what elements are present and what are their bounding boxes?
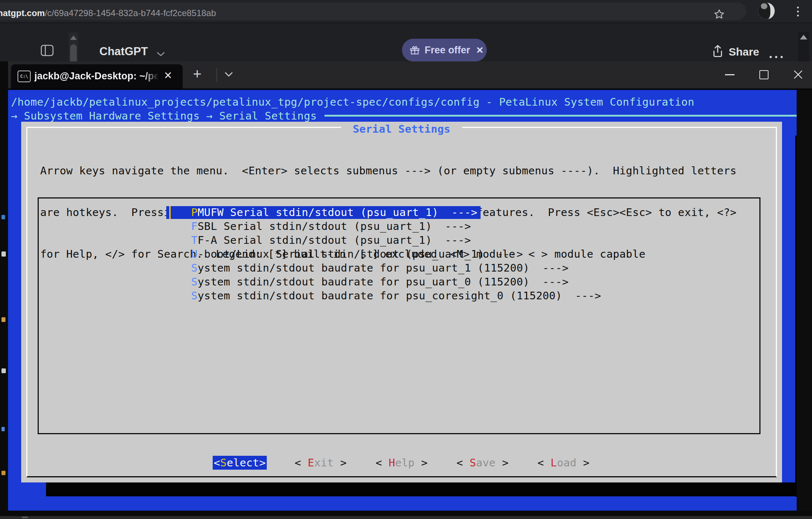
menu-item-text: F-A Serial stdin/stdout (psu_uart_1) ---…	[198, 234, 471, 246]
page-behind-bottom-strip	[0, 511, 812, 516]
profile-avatar[interactable]	[758, 3, 775, 19]
menu-item-text: ystem stdin/stdout baudrate for psu_uart…	[198, 262, 569, 274]
menu-item-label: FSBL Serial stdin/stdout (psu_uart_1) --…	[191, 219, 471, 233]
menu-item-label: System stdin/stdout baudrate for psu_cor…	[191, 289, 601, 303]
menu-item-label: PMUFW Serial stdin/stdout (psu_uart_1) -…	[191, 205, 478, 219]
menu-item-hotkey: S	[191, 262, 198, 274]
menu-item-hotkey: S	[191, 276, 198, 288]
menu-item[interactable]: TF-A Serial stdin/stdout (psu_uart_1) --…	[21, 233, 782, 247]
menu-item[interactable]: System stdin/stdout baudrate for psu_cor…	[21, 289, 782, 303]
chatgpt-page-header: ChatGPT Free offer ✕ Share	[0, 23, 812, 62]
new-tab-button[interactable]: +	[193, 66, 201, 82]
terminal-window: C:\ jackb@Jack-Desktop: ~/petali ✕ + /ho…	[8, 61, 812, 511]
url-text[interactable]: chatgpt.com/c/69a47298-1454-832a-b744-fc…	[0, 8, 216, 18]
command-prompt-icon: C:\	[18, 71, 31, 82]
select-button[interactable]: <Select>	[213, 456, 267, 470]
save-button[interactable]: < Save >	[455, 456, 510, 470]
menu-item-label: TF-A Serial stdin/stdout (psu_uart_1) --…	[191, 233, 471, 247]
app-title: ChatGPT	[99, 45, 148, 58]
exit-button[interactable]: < Exit >	[293, 456, 348, 470]
serial-settings-dialog: Serial Settings Arrow keys navigate the …	[21, 122, 782, 482]
menu-item-text: MUFW Serial stdin/stdout (psu_uart_1) --…	[198, 206, 478, 219]
free-offer-label: Free offer	[425, 45, 470, 56]
tab-dropdown-chevron-icon[interactable]	[224, 72, 233, 77]
menu-item[interactable]: PMUFW Serial stdin/stdout (psu_uart_1) -…	[21, 205, 782, 219]
breadcrumb-rule	[325, 115, 797, 117]
menu-list: PMUFW Serial stdin/stdout (psu_uart_1) -…	[21, 205, 782, 303]
button-hotkey: E	[308, 457, 314, 469]
bottom-edge-mark	[22, 516, 28, 518]
terminal-content: /home/jackb/petalinux_projects/petalinux…	[8, 90, 797, 511]
screen: chatgpt.com/c/69a47298-1454-832a-b744-fc…	[0, 0, 812, 519]
terminal-tab[interactable]: C:\ jackb@Jack-Desktop: ~/petali ✕	[11, 64, 183, 88]
menu-item-hotkey: P	[191, 206, 198, 219]
url-path: /c/69a47298-1454-832a-b744-fcf2ce8518ab	[45, 8, 216, 18]
chevron-down-icon	[156, 52, 165, 57]
menu-item-hotkey: F	[191, 220, 198, 232]
page-scrollbar[interactable]	[798, 32, 809, 62]
page-behind-left-strip	[0, 61, 8, 511]
menu-item[interactable]: U-boot/Linux Serial stdin/stdout (psu_ua…	[21, 247, 782, 261]
bottom-edge-bar	[0, 516, 812, 519]
instructions-line: Arrow keys navigate the menu. <Enter> se…	[40, 164, 737, 178]
selection-cursor	[169, 206, 171, 219]
menu-item-text: SBL Serial stdin/stdout (psu_uart_1) ---…	[198, 220, 471, 232]
share-icon[interactable]	[711, 44, 724, 58]
page-menu-ellipsis-icon[interactable]	[770, 56, 783, 58]
breadcrumb: → Subsystem Hardware Settings → Serial S…	[11, 109, 317, 123]
dialog-shadow-bottom	[46, 482, 807, 496]
button-hotkey: S	[220, 457, 227, 469]
url-domain: chatgpt.com	[0, 8, 45, 18]
menu-item-label: System stdin/stdout baudrate for psu_uar…	[191, 261, 569, 275]
help-button[interactable]: < Help >	[375, 456, 429, 470]
terminal-scrollbar[interactable]	[797, 90, 812, 511]
bookmark-star-icon[interactable]	[713, 8, 725, 20]
button-hotkey: L	[550, 457, 557, 469]
free-offer-close-icon[interactable]: ✕	[476, 45, 484, 56]
menu-item[interactable]: FSBL Serial stdin/stdout (psu_uart_1) --…	[21, 219, 782, 233]
dialog-button-row: <Select>< Exit >< Help >< Save >< Load >	[21, 456, 782, 470]
tab-divider	[216, 68, 217, 82]
model-switcher[interactable]: ChatGPT	[99, 45, 148, 58]
menu-item[interactable]: System stdin/stdout baudrate for psu_uar…	[21, 275, 782, 289]
load-button[interactable]: < Load >	[536, 456, 591, 470]
button-hotkey: H	[388, 457, 395, 469]
terminal-tab-title: jackb@Jack-Desktop: ~/petali	[34, 71, 159, 82]
tab-close-icon[interactable]: ✕	[164, 69, 172, 82]
menu-item-text: ystem stdin/stdout baudrate for psu_uart…	[198, 276, 569, 288]
free-offer-pill[interactable]: Free offer ✕	[402, 39, 487, 61]
menu-item-hotkey: U	[191, 248, 198, 260]
sidebar-toggle-icon[interactable]	[40, 44, 54, 57]
config-path-header: /home/jackb/petalinux_projects/petalinux…	[11, 95, 694, 109]
omnibox[interactable]: chatgpt.com/c/69a47298-1454-832a-b744-fc…	[0, 3, 746, 20]
menu-item[interactable]: System stdin/stdout baudrate for psu_uar…	[21, 261, 782, 275]
scroll-up-icon[interactable]	[70, 35, 77, 40]
menu-item-text: ystem stdin/stdout baudrate for psu_core…	[198, 289, 601, 302]
minimize-button[interactable]	[725, 74, 735, 75]
button-hotkey: S	[470, 457, 476, 469]
dialog-title: Serial Settings	[341, 122, 462, 136]
menu-item-hotkey: T	[191, 234, 198, 246]
menu-item-hotkey: S	[191, 289, 198, 302]
browser-menu-kebab-icon[interactable]	[792, 5, 804, 18]
gift-icon	[409, 45, 420, 56]
close-button[interactable]	[793, 69, 803, 80]
scroll-up-icon[interactable]	[800, 35, 807, 39]
maximize-button[interactable]	[759, 70, 769, 79]
menu-item-label: U-boot/Linux Serial stdin/stdout (psu_ua…	[191, 247, 523, 261]
menu-item-text: -boot/Linux Serial stdin/stdout (psu_uar…	[198, 248, 523, 260]
browser-address-bar: chatgpt.com/c/69a47298-1454-832a-b744-fc…	[0, 0, 812, 23]
menu-item-label: System stdin/stdout baudrate for psu_uar…	[191, 275, 569, 289]
share-button[interactable]: Share	[729, 46, 759, 58]
terminal-titlebar[interactable]: C:\ jackb@Jack-Desktop: ~/petali ✕ +	[8, 61, 812, 88]
